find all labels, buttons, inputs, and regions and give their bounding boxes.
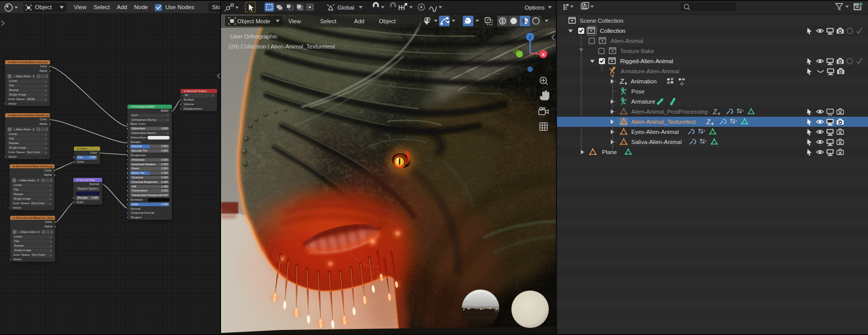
svg-text:Select: Select (320, 18, 337, 24)
svg-text:Armature: Armature (631, 99, 655, 105)
svg-text:Collection: Collection (600, 28, 626, 34)
svg-text:View: View (288, 18, 301, 24)
svg-text:Pose: Pose (631, 88, 644, 94)
svg-text:Rigged-Alien-Animal: Rigged-Alien-Animal (620, 58, 673, 64)
svg-text:Alien-Animal_Texturetest: Alien-Animal_Texturetest (631, 119, 696, 125)
svg-text:Object Mode: Object Mode (237, 18, 270, 24)
svg-text:User Orthographic: User Orthographic (230, 33, 278, 39)
svg-text:Plane: Plane (602, 149, 617, 155)
svg-text:Eyes-Alien-Animal: Eyes-Alien-Animal (631, 129, 679, 135)
svg-text:Z: Z (529, 35, 532, 40)
svg-text:Texture Bake: Texture Bake (620, 48, 654, 54)
svg-text:Alien-Animal: Alien-Animal (611, 38, 643, 44)
svg-text:Options: Options (525, 5, 545, 11)
svg-text:(26) Collection | Alien-Animal: (26) Collection | Alien-Animal_Texturete… (229, 43, 335, 50)
svg-text:X: X (542, 52, 545, 57)
svg-text:Global: Global (337, 5, 354, 11)
svg-text:Saliva-Alien-Animal: Saliva-Alien-Animal (631, 139, 682, 145)
svg-text:Object: Object (379, 18, 396, 24)
svg-text:Alien-Animal_PostProcessing: Alien-Animal_PostProcessing (631, 109, 708, 115)
svg-text:Add: Add (354, 18, 364, 24)
svg-text:Animation: Animation (631, 78, 657, 84)
svg-text:Scene Collection: Scene Collection (580, 18, 623, 24)
svg-text:Armature-Alien-Animal: Armature-Alien-Animal (621, 68, 679, 74)
